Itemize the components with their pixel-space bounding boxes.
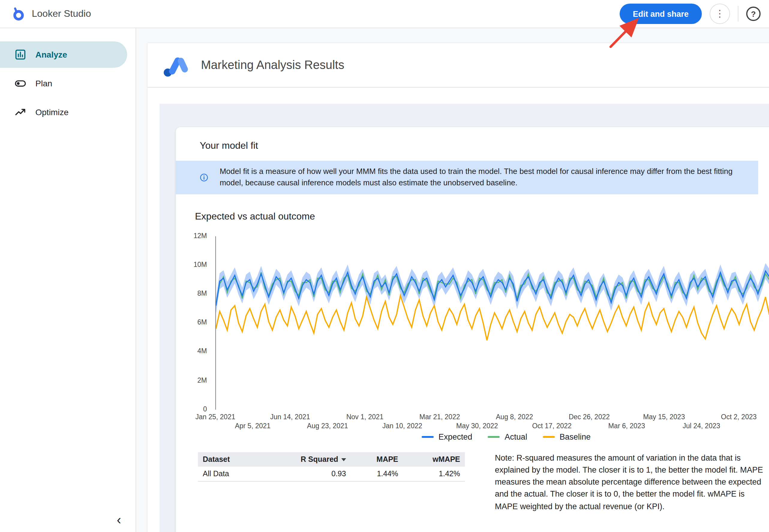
x-tick-label: Dec 26, 2022 (562, 413, 616, 420)
chart-title: Expected vs actual outcome (195, 211, 769, 222)
x-tick-label: Jun 14, 2021 (263, 413, 317, 420)
legend-swatch (488, 436, 500, 438)
app-body: Analyze Plan Optimize ‹ (0, 28, 769, 532)
y-tick-label: 4M (176, 348, 207, 355)
app-title: Looker Studio (32, 8, 91, 19)
x-tick-label: Mar 21, 2022 (413, 413, 467, 420)
sidebar-item-label: Plan (35, 79, 52, 88)
brand: Looker Studio (11, 7, 91, 21)
x-tick-label: Apr 5, 2021 (226, 422, 280, 429)
x-tick-label: Jan 25, 2021 (188, 413, 242, 420)
x-tick-label: Aug 23, 2021 (301, 422, 355, 429)
cell-mape: 1.44% (351, 466, 403, 481)
model-fit-table: Dataset R Squared MAPE wMAPE All (198, 452, 465, 532)
info-banner-text: Model fit is a measure of how well your … (220, 166, 744, 189)
legend-swatch (422, 436, 434, 438)
looker-studio-logo (11, 7, 25, 21)
x-tick-label: Dec (749, 422, 769, 429)
kebab-icon: ⋮ (715, 9, 725, 19)
sidebar-item-label: Analyze (35, 50, 67, 59)
card-title: Your model fit (176, 127, 769, 161)
chart-box-icon (14, 49, 26, 61)
legend-swatch (543, 436, 555, 438)
metrics-row: Dataset R Squared MAPE wMAPE All (198, 452, 769, 532)
legend-label: Expected (438, 432, 472, 441)
column-header-rsquared[interactable]: R Squared (259, 452, 351, 466)
legend-item-expected: Expected (422, 432, 472, 441)
chart-plot-area (215, 236, 769, 409)
cell-wmape: 1.42% (403, 466, 465, 481)
table-header-row: Dataset R Squared MAPE wMAPE (198, 452, 465, 466)
y-tick-label: 12M (176, 232, 207, 239)
x-tick-label: Aug 8, 2022 (487, 413, 541, 420)
report-section: Your model fit Model fit is a measure of… (160, 104, 769, 532)
sidebar-item-label: Optimize (35, 107, 68, 117)
x-tick-label: Oct 2, 2023 (712, 413, 766, 420)
main-area[interactable]: Marketing Analysis Results Your model fi… (136, 28, 769, 532)
y-tick-label: 0 (176, 405, 207, 412)
chevron-left-icon: ‹ (117, 512, 121, 527)
sidebar-item-optimize[interactable]: Optimize (0, 99, 127, 125)
legend-label: Actual (505, 432, 527, 441)
help-icon: ? (751, 10, 756, 18)
toggle-icon (14, 77, 26, 89)
chart-legend: Expected Actual Baseline (422, 432, 591, 441)
legend-label: Baseline (560, 432, 591, 441)
y-tick-label: 6M (176, 318, 207, 326)
model-fit-card: Your model fit Model fit is a measure of… (176, 127, 769, 532)
cell-dataset: All Data (198, 466, 259, 481)
info-icon (200, 171, 208, 184)
chart-svg (216, 236, 769, 409)
legend-item-baseline: Baseline (543, 432, 591, 441)
report-header: Marketing Analysis Results (148, 43, 769, 88)
x-tick-label: Nov 1, 2021 (338, 413, 392, 420)
y-tick-label: 2M (176, 376, 207, 384)
table-row: All Data 0.93 1.44% 1.42% (198, 466, 465, 481)
more-options-button[interactable]: ⋮ (710, 4, 730, 24)
column-header-mape[interactable]: MAPE (351, 452, 403, 466)
x-tick-label: Jan 10, 2022 (375, 422, 429, 429)
page-title: Marketing Analysis Results (201, 58, 344, 72)
table-empty-area (198, 481, 465, 532)
help-button[interactable]: ? (746, 7, 761, 21)
app-window: Looker Studio Edit and share ⋮ ? Analyze (0, 0, 769, 532)
edit-and-share-button[interactable]: Edit and share (620, 4, 702, 24)
x-tick-label: Oct 17, 2022 (525, 422, 579, 429)
expected-vs-actual-chart: 02M4M6M8M10M12M Expected (176, 230, 769, 452)
metrics-note: Note: R-squared measures the amount of v… (495, 452, 763, 532)
topbar: Looker Studio Edit and share ⋮ ? (0, 0, 769, 28)
sidebar: Analyze Plan Optimize ‹ (0, 28, 136, 532)
x-tick-label: May 15, 2023 (637, 413, 691, 420)
info-banner: Model fit is a measure of how well your … (176, 161, 758, 194)
sidebar-item-plan[interactable]: Plan (0, 70, 127, 97)
topbar-divider (738, 6, 738, 22)
meridian-logo (163, 52, 191, 78)
report-page: Marketing Analysis Results Your model fi… (148, 43, 769, 532)
column-header-dataset[interactable]: Dataset (198, 452, 259, 466)
y-tick-label: 8M (176, 290, 207, 297)
x-tick-label: Mar 6, 2023 (600, 422, 654, 429)
y-axis-labels: 02M4M6M8M10M12M (176, 230, 212, 416)
trending-up-icon (14, 106, 26, 118)
legend-item-actual: Actual (488, 432, 527, 441)
collapse-sidebar-button[interactable]: ‹ (113, 513, 125, 527)
column-header-wmape[interactable]: wMAPE (403, 452, 465, 466)
cell-rsquared: 0.93 (259, 466, 351, 481)
x-tick-label: May 30, 2022 (450, 422, 504, 429)
sort-desc-icon (341, 458, 346, 461)
y-tick-label: 10M (176, 261, 207, 268)
x-tick-label: Jul 24, 2023 (675, 422, 729, 429)
sidebar-item-analyze[interactable]: Analyze (0, 41, 127, 68)
